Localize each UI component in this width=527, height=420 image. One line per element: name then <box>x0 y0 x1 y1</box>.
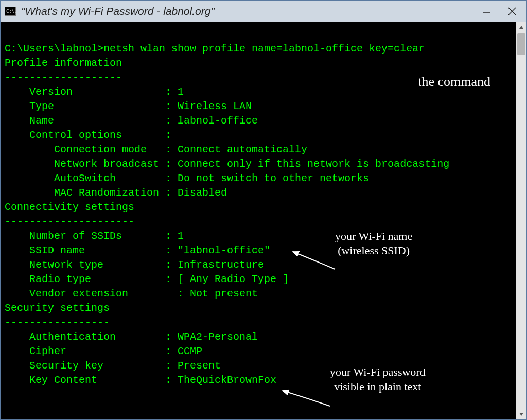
scroll-thumb[interactable] <box>517 33 525 55</box>
terminal-line: --------------------- <box>5 215 511 229</box>
window-title: "What's my Wi-Fi Password - labnol.org" <box>21 5 215 18</box>
minimize-button[interactable] <box>479 4 494 19</box>
client-area: C:\Users\labnol>netsh wlan show profile … <box>1 22 526 419</box>
scroll-up-button[interactable] <box>516 22 526 32</box>
kv-row: SSID name : "labnol-office" <box>5 243 511 258</box>
kv-row: Network broadcast : Connect only if this… <box>5 157 511 171</box>
kv-row: Authentication : WPA2-Personal <box>5 330 511 344</box>
command-line: C:\Users\labnol>netsh wlan show profile … <box>5 42 511 56</box>
section-header: Security settings <box>5 301 511 316</box>
section-header: Connectivity settings <box>5 200 511 215</box>
kv-row: Version : 1 <box>5 85 511 99</box>
terminal-output[interactable]: C:\Users\labnol>netsh wlan show profile … <box>1 22 516 419</box>
kv-row: Number of SSIDs : 1 <box>5 229 511 243</box>
kv-row: Radio type : [ Any Radio Type ] <box>5 272 511 287</box>
kv-row: Cipher : CCMP <box>5 344 511 359</box>
app-window: C:\. "What's my Wi-Fi Password - labnol.… <box>0 0 527 420</box>
kv-row: Connection mode : Connect automatically <box>5 143 511 157</box>
kv-row: Name : labnol-office <box>5 114 511 128</box>
terminal-line: ------------------- <box>5 71 511 85</box>
window-controls <box>479 4 523 19</box>
kv-row: Security key : Present <box>5 359 511 373</box>
cmd-icon: C:\. <box>5 7 16 16</box>
kv-row: AutoSwitch : Do not switch to other netw… <box>5 171 511 186</box>
scroll-track[interactable] <box>516 32 526 409</box>
vertical-scrollbar[interactable] <box>516 22 526 419</box>
kv-row: Control options : <box>5 128 511 143</box>
terminal-line: ----------------- <box>5 316 511 330</box>
titlebar[interactable]: C:\. "What's my Wi-Fi Password - labnol.… <box>1 1 526 22</box>
kv-row: Type : Wireless LAN <box>5 99 511 114</box>
close-button[interactable] <box>505 4 519 19</box>
kv-row: Key Content : TheQuickBrownFox <box>5 373 511 388</box>
scroll-down-button[interactable] <box>516 409 526 419</box>
kv-row: Network type : Infrastructure <box>5 258 511 272</box>
section-header: Profile information <box>5 56 511 71</box>
kv-row: Vendor extension : Not present <box>5 287 511 301</box>
kv-row: MAC Randomization : Disabled <box>5 186 511 200</box>
